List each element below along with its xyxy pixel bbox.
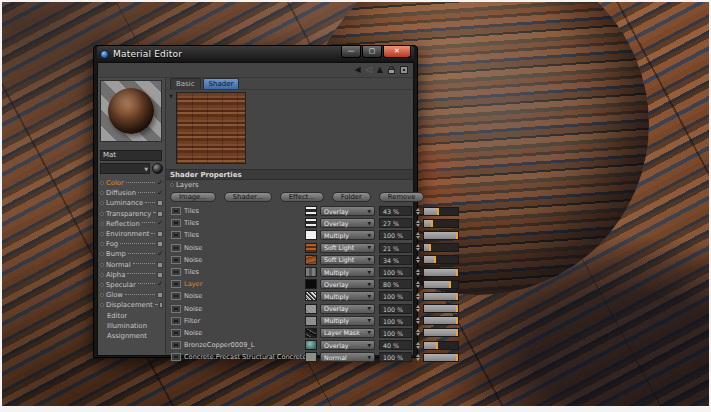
slider-handle[interactable]: [436, 342, 438, 349]
opacity-slider[interactable]: [423, 328, 459, 337]
opacity-stepper[interactable]: [414, 292, 421, 301]
channel-row-editor[interactable]: Editor: [100, 310, 163, 320]
channel-checkbox[interactable]: [157, 211, 163, 217]
layer-visibility-icon[interactable]: [171, 305, 181, 313]
opacity-field[interactable]: 43 %: [379, 206, 412, 216]
opacity-slider[interactable]: [423, 280, 459, 289]
channel-row-displacement[interactable]: Displacement: [100, 300, 163, 310]
blend-mode-select[interactable]: Overlay▼: [320, 340, 375, 350]
preview-type-select[interactable]: ▼: [100, 163, 150, 174]
maximize-button[interactable]: ▢: [362, 46, 382, 58]
channel-row-luminance[interactable]: Luminance: [100, 198, 163, 208]
channel-row-normal[interactable]: Normal: [100, 260, 163, 270]
minimize-button[interactable]: —: [341, 46, 361, 58]
channel-row-fog[interactable]: Fog: [100, 239, 163, 249]
opacity-stepper[interactable]: [414, 219, 421, 228]
blend-mode-select[interactable]: Multiply▼: [320, 291, 375, 301]
shader-ball-icon[interactable]: [152, 163, 163, 174]
tab-basic[interactable]: Basic: [170, 78, 201, 89]
opacity-field[interactable]: 40 %: [379, 340, 412, 350]
layer-row[interactable]: NoiseOverlay▼100 %: [166, 303, 413, 315]
opacity-slider[interactable]: [423, 207, 459, 216]
forward-arrow-icon[interactable]: ◁: [366, 66, 372, 74]
blend-mode-select[interactable]: Overlay▼: [320, 304, 375, 314]
opacity-stepper[interactable]: [414, 268, 421, 277]
slider-handle[interactable]: [456, 329, 458, 336]
slider-handle[interactable]: [456, 232, 458, 239]
opacity-field[interactable]: 100 %: [379, 267, 412, 277]
layer-thumbnail[interactable]: [305, 243, 317, 253]
blend-mode-select[interactable]: Soft Light▼: [320, 255, 375, 265]
lock-icon[interactable]: [388, 66, 395, 74]
remove-button[interactable]: Remove: [379, 192, 425, 202]
opacity-stepper[interactable]: [414, 304, 421, 313]
layer-row[interactable]: NoiseMultiply▼100 %: [166, 290, 413, 302]
opacity-field[interactable]: 27 %: [379, 218, 412, 228]
layer-row[interactable]: NoiseSoft Light▼34 %: [166, 254, 413, 266]
layer-thumbnail[interactable]: [305, 328, 317, 338]
layer-visibility-icon[interactable]: [171, 292, 181, 300]
texture-thumbnail[interactable]: [176, 92, 246, 164]
opacity-stepper[interactable]: [414, 207, 421, 216]
expander-triangle-icon[interactable]: ▼: [169, 93, 173, 99]
channel-row-illumination[interactable]: Illumination: [100, 321, 163, 331]
blend-mode-select[interactable]: Multiply▼: [320, 267, 375, 277]
channel-row-assignment[interactable]: Assignment: [100, 331, 163, 341]
layer-row[interactable]: TilesOverlay▼43 %: [166, 205, 413, 217]
opacity-slider[interactable]: [423, 353, 459, 362]
channel-checkbox[interactable]: [157, 262, 163, 268]
layer-row[interactable]: TilesMultiply▼100 %: [166, 229, 413, 241]
layer-thumbnail[interactable]: [305, 279, 317, 289]
opacity-slider[interactable]: [423, 255, 459, 264]
slider-handle[interactable]: [434, 256, 436, 263]
layer-thumbnail[interactable]: [305, 230, 317, 240]
opacity-field[interactable]: 80 %: [379, 279, 412, 289]
frame-icon[interactable]: [400, 66, 408, 74]
opacity-stepper[interactable]: [414, 255, 421, 264]
opacity-stepper[interactable]: [414, 316, 421, 325]
channel-row-color[interactable]: Color✓: [100, 178, 163, 188]
blend-mode-select[interactable]: Overlay▼: [320, 279, 375, 289]
blend-mode-select[interactable]: Soft Light▼: [320, 243, 375, 253]
channel-row-reflection[interactable]: Reflection✓: [100, 219, 163, 229]
opacity-slider[interactable]: [423, 219, 459, 228]
layer-row[interactable]: BronzeCopper0009_LOverlay▼40 %: [166, 339, 413, 351]
layer-visibility-icon[interactable]: [171, 268, 181, 276]
channel-row-bump[interactable]: Bump✓: [100, 249, 163, 259]
layer-row[interactable]: NoiseSoft Light▼21 %: [166, 242, 413, 254]
tab-shader[interactable]: Shader: [203, 78, 240, 89]
opacity-field[interactable]: 100 %: [379, 291, 412, 301]
opacity-slider[interactable]: [423, 304, 459, 313]
channel-checkbox[interactable]: [157, 272, 163, 278]
blend-mode-select[interactable]: Overlay▼: [320, 206, 375, 216]
layer-visibility-icon[interactable]: [171, 231, 181, 239]
slider-handle[interactable]: [456, 305, 458, 312]
material-preview[interactable]: [100, 80, 162, 142]
blend-mode-select[interactable]: Overlay▼: [320, 218, 375, 228]
slider-handle[interactable]: [456, 293, 458, 300]
layer-visibility-icon[interactable]: [171, 219, 181, 227]
back-arrow-icon[interactable]: ◀: [355, 66, 361, 74]
opacity-stepper[interactable]: [414, 328, 421, 337]
slider-handle[interactable]: [449, 281, 451, 288]
close-button[interactable]: ✕: [383, 46, 411, 58]
channel-row-transparency[interactable]: Transparency: [100, 209, 163, 219]
channel-checkbox[interactable]: [159, 302, 163, 308]
blend-mode-select[interactable]: Normal▼: [320, 352, 375, 362]
shader-button[interactable]: Shader...: [224, 192, 272, 202]
layer-row[interactable]: Concrete.Precast Structural Concrete.Smo…: [166, 351, 413, 363]
channel-row-alpha[interactable]: Alpha: [100, 270, 163, 280]
layer-thumbnail[interactable]: [305, 352, 317, 362]
slider-handle[interactable]: [437, 208, 439, 215]
layer-visibility-icon[interactable]: [171, 329, 181, 337]
opacity-slider[interactable]: [423, 316, 459, 325]
layer-thumbnail[interactable]: [305, 340, 317, 350]
layer-thumbnail[interactable]: [305, 316, 317, 326]
slider-handle[interactable]: [431, 220, 433, 227]
layer-visibility-icon[interactable]: [171, 207, 181, 215]
opacity-field[interactable]: 100 %: [379, 230, 412, 240]
layer-row[interactable]: FilterMultiply▼100 %: [166, 315, 413, 327]
up-arrow-icon[interactable]: ▲: [377, 66, 383, 74]
channel-row-glow[interactable]: Glow: [100, 290, 163, 300]
layer-visibility-icon[interactable]: [171, 244, 181, 252]
